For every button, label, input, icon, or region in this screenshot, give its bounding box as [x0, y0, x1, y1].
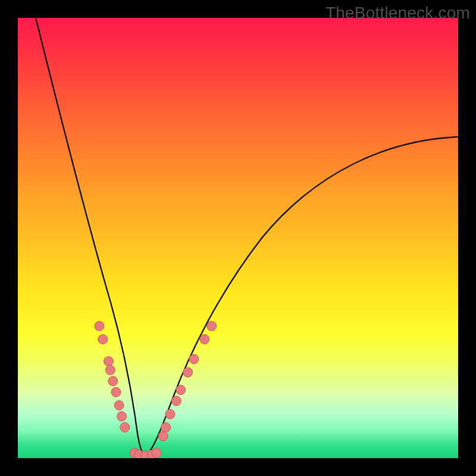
marker-dots: [95, 321, 217, 458]
marker-dot: [114, 400, 124, 410]
watermark-text: TheBottleneck.com: [325, 4, 470, 23]
marker-dot: [171, 396, 181, 406]
left-branch-curve: [36, 18, 143, 453]
marker-dot: [200, 334, 209, 344]
marker-dot: [105, 365, 115, 375]
marker-dot: [161, 422, 171, 432]
marker-dot: [176, 385, 186, 394]
marker-dot: [95, 321, 104, 331]
marker-dot: [111, 387, 121, 397]
marker-dot: [165, 409, 175, 419]
marker-dot: [108, 377, 118, 386]
marker-dot: [152, 448, 161, 458]
marker-dot: [189, 355, 199, 364]
marker-dot: [104, 356, 113, 366]
marker-dot: [207, 321, 217, 331]
outer-frame: TheBottleneck.com: [0, 0, 476, 476]
right-branch-curve: [149, 137, 458, 453]
marker-dot: [120, 422, 130, 432]
marker-dot: [117, 412, 127, 421]
marker-dot: [183, 368, 193, 377]
plot-area: [18, 18, 458, 458]
chart-svg: [18, 18, 458, 458]
marker-dot: [98, 334, 108, 344]
marker-dot: [158, 431, 168, 441]
